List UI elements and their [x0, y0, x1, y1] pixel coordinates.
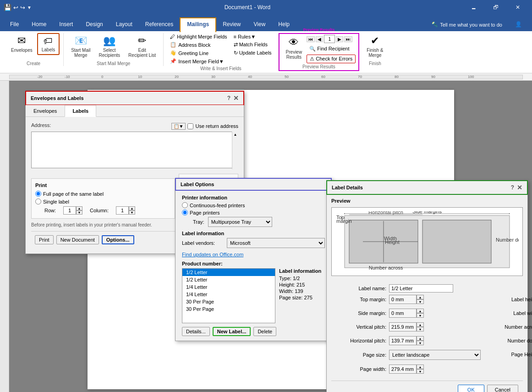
match-fields-button[interactable]: ⇄ Match Fields: [231, 41, 274, 49]
env-dialog-help-button[interactable]: ?: [227, 95, 230, 101]
label-name-input[interactable]: [389, 284, 453, 293]
preview-results-button[interactable]: 👁 PreviewResults: [282, 35, 306, 61]
envelopes-tab[interactable]: Envelopes: [26, 105, 65, 117]
tray-select[interactable]: Multipurpose Tray: [208, 217, 272, 227]
full-page-radio[interactable]: [35, 191, 41, 197]
tab-design[interactable]: Design: [79, 18, 109, 31]
side-margin-up[interactable]: ▲: [417, 309, 424, 313]
record-input[interactable]: [324, 35, 335, 43]
new-document-button[interactable]: New Document: [56, 235, 99, 244]
tab-mailings[interactable]: Mailings: [180, 17, 216, 32]
label-details-ok-button[interactable]: OK: [458, 385, 484, 392]
details-button[interactable]: Details...: [182, 327, 210, 336]
rules-button[interactable]: ≡ Rules▼: [231, 33, 274, 40]
insert-field-label: Insert Merge Field▼: [178, 59, 224, 64]
address-book-button[interactable]: 📋▼: [171, 123, 186, 130]
vertical-pitch-input[interactable]: [389, 322, 417, 331]
options-button[interactable]: Options...: [102, 235, 134, 244]
vertical-pitch-down[interactable]: ▼: [417, 327, 424, 331]
redo-icon[interactable]: ↪: [20, 4, 25, 11]
env-dialog-close-button[interactable]: ✕: [233, 94, 239, 102]
continuous-feed-radio[interactable]: [182, 202, 188, 208]
check-errors-button[interactable]: ⚠ Check for Errors: [307, 55, 356, 63]
row-input[interactable]: [63, 206, 76, 215]
label-details-close-button[interactable]: ✕: [517, 184, 522, 191]
label-details-help-button[interactable]: ?: [511, 184, 514, 191]
address-block-button[interactable]: 📋 Address Block: [167, 41, 230, 49]
side-margin-down[interactable]: ▼: [417, 313, 424, 318]
tab-insert[interactable]: Insert: [53, 18, 79, 31]
next-record-button[interactable]: ▶: [336, 36, 343, 42]
tab-review[interactable]: Review: [216, 18, 247, 31]
start-mail-merge-button[interactable]: 📧 Start MailMerge: [67, 33, 94, 60]
page-width-up[interactable]: ▲: [417, 364, 424, 369]
top-margin-up[interactable]: ▲: [417, 295, 424, 299]
tab-layout[interactable]: Layout: [110, 18, 139, 31]
col-input[interactable]: [116, 206, 129, 215]
find-recipient-button[interactable]: 🔍 Find Recipient: [307, 45, 356, 53]
page-width-down[interactable]: ▼: [417, 369, 424, 374]
prev-record-button[interactable]: ◀: [316, 36, 323, 42]
labels-button[interactable]: 🏷 Labels: [37, 33, 60, 55]
tab-file[interactable]: File: [4, 18, 25, 31]
finish-merge-button[interactable]: ✔ Finish &Merge: [363, 33, 387, 60]
tab-home[interactable]: Home: [25, 18, 53, 31]
ruler-mark-30: 30: [211, 75, 215, 79]
col-down-arrow[interactable]: ▼: [129, 210, 135, 215]
address-textarea[interactable]: [31, 132, 238, 168]
tab-references[interactable]: References: [139, 18, 180, 31]
insert-merge-field-button[interactable]: 📌 Insert Merge Field▼: [167, 57, 230, 65]
single-label-radio[interactable]: [35, 199, 41, 204]
product-item-1[interactable]: 1/2 Letter: [182, 276, 275, 283]
product-item-0[interactable]: 1/2 Letter: [182, 269, 275, 276]
tab-view[interactable]: View: [247, 18, 272, 31]
row-down-arrow[interactable]: ▼: [76, 210, 82, 215]
close-button[interactable]: ✕: [507, 0, 528, 15]
horizontal-pitch-input[interactable]: [389, 336, 417, 345]
user-icon[interactable]: 👤: [509, 18, 528, 31]
vertical-pitch-up[interactable]: ▲: [417, 322, 424, 327]
top-margin-down[interactable]: ▼: [417, 299, 424, 304]
page-size-select[interactable]: Letter landscape: [389, 350, 481, 360]
maximize-button[interactable]: 🗗: [485, 0, 506, 15]
page-width-input[interactable]: [389, 364, 417, 374]
greeting-line-button[interactable]: 👋 Greeting Line: [167, 49, 230, 57]
find-updates-link[interactable]: Find updates on Office.com: [182, 252, 243, 257]
undo-icon[interactable]: ↩: [13, 4, 18, 11]
select-recipients-button[interactable]: 👥 SelectRecipients: [95, 33, 124, 60]
minimize-button[interactable]: 🗕: [463, 0, 484, 15]
page-printers-radio[interactable]: [182, 210, 188, 215]
product-item-4[interactable]: 30 Per Page: [182, 298, 275, 305]
tell-me-input[interactable]: 🔦 Tell me what you want to do: [425, 19, 509, 31]
delete-button[interactable]: Delete: [253, 327, 276, 336]
highlight-merge-fields-button[interactable]: 🖊 Highlight Merge Fields: [167, 33, 230, 40]
update-labels-button[interactable]: ↻ Update Labels: [231, 49, 274, 57]
row-up-arrow[interactable]: ▲: [76, 206, 82, 210]
product-item-2[interactable]: 1/4 Letter: [182, 283, 275, 291]
first-record-button[interactable]: ⏮: [307, 36, 315, 42]
save-icon[interactable]: 💾: [4, 4, 11, 11]
vendor-select[interactable]: Microsoft: [227, 238, 325, 248]
horizontal-pitch-down[interactable]: ▼: [417, 341, 424, 345]
col-up-arrow[interactable]: ▲: [129, 206, 135, 210]
product-list[interactable]: 1/2 Letter 1/2 Letter 1/4 Letter 1/4 Let…: [182, 268, 275, 323]
edit-recipient-label: EditRecipient List: [128, 48, 156, 58]
scroll-up-arrow[interactable]: ▲: [232, 133, 238, 137]
customize-qa-icon[interactable]: ▼: [27, 5, 32, 10]
product-item-3[interactable]: 1/4 Letter: [182, 291, 275, 298]
horizontal-pitch-up[interactable]: ▲: [417, 336, 424, 341]
product-item-5[interactable]: 30 Per Page: [182, 305, 275, 313]
side-margin-input[interactable]: [389, 309, 417, 318]
envelopes-button[interactable]: ✉ Envelopes: [7, 33, 36, 55]
labels-tab[interactable]: Labels: [65, 105, 96, 117]
edit-recipient-list-button[interactable]: ✏ EditRecipient List: [125, 33, 159, 60]
print-button[interactable]: Print: [35, 235, 54, 244]
last-record-button[interactable]: ⏭: [344, 36, 352, 42]
label-details-cancel-button[interactable]: Cancel: [487, 385, 518, 392]
new-label-button[interactable]: New Label...: [213, 327, 251, 336]
address-scrollbar[interactable]: ▲: [232, 132, 238, 169]
tab-help[interactable]: Help: [272, 18, 296, 31]
use-return-address-checkbox[interactable]: [187, 123, 193, 129]
top-margin-input[interactable]: [389, 295, 417, 304]
preview-results-annotation: Preview Results: [303, 28, 335, 32]
